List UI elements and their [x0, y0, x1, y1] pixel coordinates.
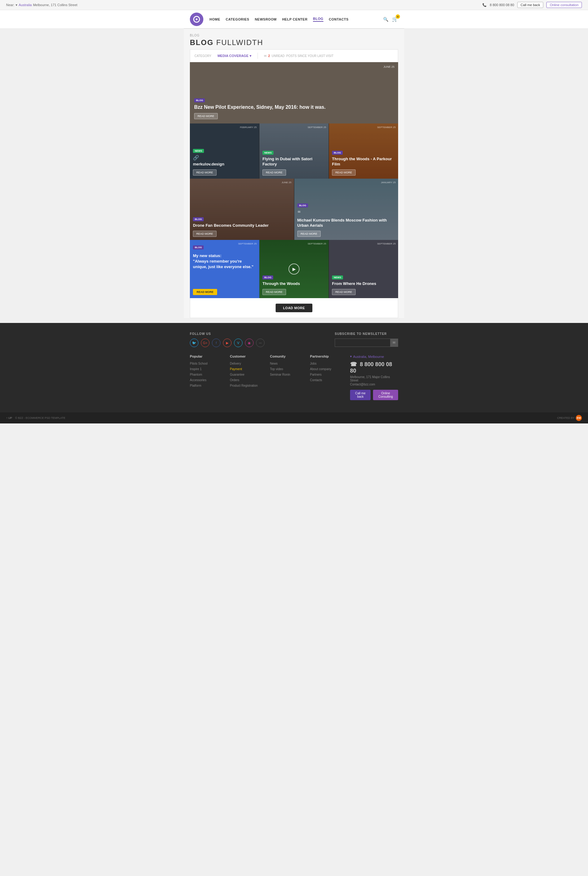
- blue-read-more[interactable]: Read more: [193, 287, 217, 295]
- customer-item-4[interactable]: Orders: [230, 379, 270, 382]
- hero-read-more[interactable]: Read more: [194, 113, 218, 119]
- footer: FOLLOW US 🐦 G+ f ▶ V ◉ ··· SUBSCRIBE TO …: [184, 323, 404, 412]
- card-date-8: SEPTEMBER 25: [377, 242, 396, 245]
- footer-location[interactable]: ▾ Australia, Melbourne: [350, 355, 398, 359]
- play-button[interactable]: ▶: [288, 263, 300, 275]
- customer-item-3[interactable]: Guarantee: [230, 373, 270, 376]
- hero-post[interactable]: JUNE 25 BLOG Bzz New Pilot Experience, S…: [190, 62, 398, 123]
- card-read-more-2[interactable]: Read more: [262, 170, 286, 176]
- vimeo-icon[interactable]: V: [234, 338, 243, 347]
- newsletter-label: SUBSCRIBE TO NEWSLETTER: [335, 332, 398, 335]
- popular-item-5[interactable]: Platform: [190, 384, 230, 387]
- post-card-row4-2[interactable]: SEPTEMBER 25 ▶ BLOG Through the Woods Re…: [260, 240, 329, 298]
- post-card-row2-1[interactable]: FEBRUARY 25 NEWS 🔗 merkulov.design Read …: [190, 123, 260, 179]
- newsletter-input[interactable]: [335, 339, 390, 347]
- breadcrumb: BLOG: [190, 34, 398, 37]
- partnership-item-1[interactable]: Jobs: [310, 362, 350, 365]
- card-tag-3: BLOG: [332, 151, 343, 155]
- post-half-row3-2[interactable]: JANUARY 25 BLOG ❝ Michael Kumarov Blends…: [294, 179, 398, 240]
- logo-inner: [193, 16, 200, 23]
- youtube-icon[interactable]: ▶: [223, 338, 231, 347]
- customer-item-5[interactable]: Product Registration: [230, 384, 270, 387]
- social-icons: 🐦 G+ f ▶ V ◉ ···: [190, 338, 265, 347]
- envelope-icon: ✉: [264, 54, 266, 58]
- phone-icon-footer: ☎: [350, 361, 357, 367]
- footer-links: Popular Pilots School Inspire 1 Phantom …: [190, 355, 398, 400]
- read-more-yellow[interactable]: Read more: [193, 289, 217, 295]
- card-title-2: Flying in Dubai with Satori Factory: [262, 156, 326, 167]
- bottom-bar-left: ↑ UP © BZZ - ECOMMERCE PSD TEMPLATE: [6, 416, 65, 419]
- cart-icon[interactable]: 🛒 0: [392, 16, 398, 22]
- unread-count: 2: [268, 54, 270, 58]
- community-item-1[interactable]: News: [270, 362, 310, 365]
- blue-card-content: BLOG My new status:"Always remember you'…: [193, 244, 256, 270]
- consult-button[interactable]: Online consultation: [546, 2, 582, 8]
- post-card-row2-2[interactable]: SEPTEMBER 25 NEWS Flying in Dubai with S…: [260, 123, 329, 179]
- customer-heading: Customer: [230, 355, 270, 358]
- footer-contact: ▾ Australia, Melbourne ☎ 8 800 800 08 80…: [350, 355, 398, 400]
- location-link[interactable]: Australia: [19, 3, 32, 7]
- post-card-row4-3[interactable]: SEPTEMBER 25 NEWS From Where He Drones R…: [329, 240, 398, 298]
- row4: SEPTEMBER 25 BLOG My new status:"Always …: [190, 240, 398, 298]
- twitter-icon[interactable]: 🐦: [190, 338, 198, 347]
- card-read-more-5[interactable]: Read more: [297, 231, 321, 237]
- card-read-more-3[interactable]: Read more: [332, 170, 356, 176]
- phone-icon: 📞: [482, 3, 487, 7]
- search-icon[interactable]: 🔍: [383, 17, 388, 22]
- hero-content: BLOG Bzz New Pilot Experience, Sidney, M…: [194, 97, 394, 119]
- nav-home[interactable]: HOME: [210, 18, 220, 21]
- nav-categories[interactable]: CATEGORIES: [226, 18, 249, 21]
- post-card-row2-3[interactable]: SEPTEMBER 25 BLOG Through the Woods - A …: [329, 123, 398, 179]
- popular-item-2[interactable]: Inspire 1: [190, 367, 230, 371]
- post-half-row3-1[interactable]: JUNE 25 BLOG Drone Fan Becomes Community…: [190, 179, 294, 240]
- google-icon[interactable]: G+: [201, 338, 210, 347]
- logo[interactable]: [190, 12, 203, 26]
- popular-item-1[interactable]: Pilots School: [190, 362, 230, 365]
- category-select[interactable]: MEDIA COVERAGE ▾: [218, 54, 251, 58]
- footer-email[interactable]: Contact@bzz.com: [350, 383, 398, 386]
- post-card-row4-1[interactable]: SEPTEMBER 25 BLOG My new status:"Always …: [190, 240, 260, 298]
- partnership-item-2[interactable]: About company: [310, 367, 350, 371]
- customer-item-2[interactable]: Payment: [230, 367, 270, 371]
- footer-newsletter: SUBSCRIBE TO NEWSLETTER ✉: [335, 332, 398, 347]
- card-content-4: BLOG Drone Fan Becomes Community Leader …: [193, 216, 291, 237]
- footer-call-button[interactable]: Call me back: [350, 390, 370, 400]
- community-item-3[interactable]: Seminar Ronin: [270, 373, 310, 376]
- partnership-item-3[interactable]: Partners: [310, 373, 350, 376]
- facebook-icon[interactable]: f: [212, 338, 220, 347]
- footer-consult-button[interactable]: Online Consulting: [373, 390, 398, 400]
- nav-newsroom[interactable]: NEWSROOM: [255, 18, 276, 21]
- card-content-2: NEWS Flying in Dubai with Satori Factory…: [262, 150, 326, 176]
- card-date-4: JUNE 25: [282, 181, 291, 184]
- hero-title: Bzz New Pilot Experience, Sidney, May 20…: [194, 104, 394, 111]
- footer-col-partnership: Partnership Jobs About company Partners …: [310, 355, 350, 400]
- more-social-icon[interactable]: ···: [256, 338, 265, 347]
- card-read-more-8[interactable]: Read more: [332, 289, 356, 295]
- up-button[interactable]: ↑ UP: [6, 416, 12, 419]
- customer-item-1[interactable]: Delivery: [230, 362, 270, 365]
- unread-suffix: POSTS SINCE YOUR LAST VISIT: [286, 54, 333, 58]
- near-label: Near:: [6, 3, 14, 7]
- footer-col-popular: Popular Pilots School Inspire 1 Phantom …: [190, 355, 230, 400]
- chevron-icon: ▾: [16, 3, 18, 7]
- popular-item-4[interactable]: Accessories: [190, 379, 230, 382]
- newsletter-submit[interactable]: ✉: [390, 339, 398, 347]
- card-date-7: SEPTEMBER 25: [308, 242, 326, 245]
- nav-help-center[interactable]: HELP CENTER: [282, 18, 308, 21]
- footer-buttons: Call me back Online Consulting: [350, 390, 398, 400]
- partnership-item-4[interactable]: Contacts: [310, 379, 350, 382]
- community-item-2[interactable]: Top video: [270, 367, 310, 371]
- cart-badge: 0: [396, 14, 400, 19]
- nav-contacts[interactable]: CONTACTS: [329, 18, 348, 21]
- nav-blog[interactable]: BLOG: [313, 17, 323, 22]
- card-read-more-7[interactable]: Read more: [262, 289, 286, 295]
- newsletter-input-area: ✉: [335, 338, 398, 347]
- unread-label: UNREAD: [272, 54, 285, 58]
- call-back-button[interactable]: Call me back: [517, 2, 544, 8]
- instagram-icon[interactable]: ◉: [245, 338, 254, 347]
- card-title-6: My new status:"Always remember you're un…: [193, 253, 256, 270]
- card-read-more-1[interactable]: Read more: [193, 170, 216, 176]
- card-read-more-4[interactable]: Read more: [193, 231, 216, 237]
- load-more-button[interactable]: Load more: [276, 304, 312, 312]
- popular-item-3[interactable]: Phantom: [190, 373, 230, 376]
